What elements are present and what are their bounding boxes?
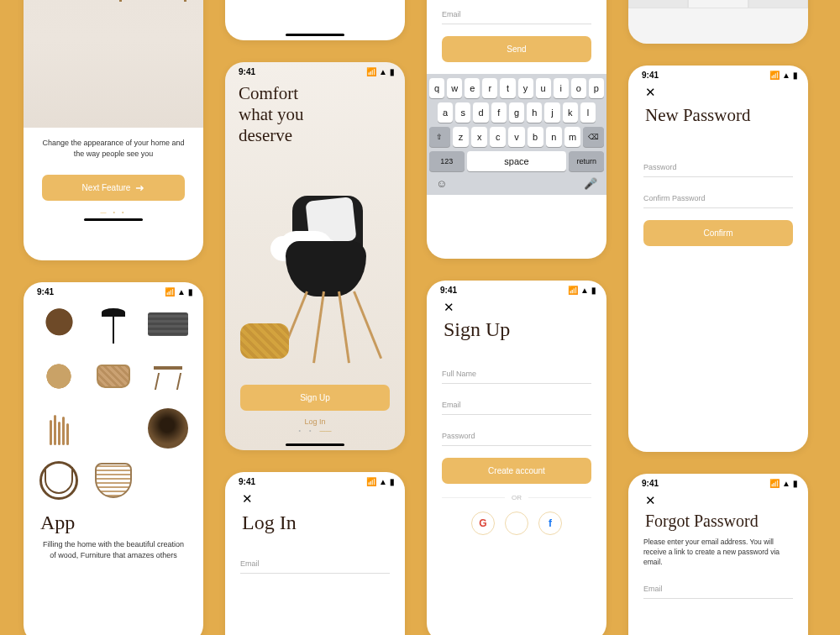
newpass-title: New Password <box>645 105 793 126</box>
battery-icon: ▮ <box>390 477 395 486</box>
close-icon[interactable]: ✕ <box>643 490 793 508</box>
key-d[interactable]: d <box>473 102 488 123</box>
key-s[interactable]: s <box>455 102 470 123</box>
key-n[interactable]: n <box>546 127 562 147</box>
key-c[interactable]: c <box>490 127 506 147</box>
product-thumb[interactable] <box>35 406 83 451</box>
status-bar: 9:41 📶▲▮ <box>427 281 606 297</box>
key-space[interactable]: space <box>467 151 567 171</box>
product-thumb[interactable] <box>144 458 192 503</box>
status-time: 9:41 <box>440 286 457 295</box>
battery-icon: ▮ <box>188 287 193 297</box>
social-apple-button[interactable] <box>505 512 528 535</box>
key-⇧[interactable]: ⇧ <box>429 127 450 147</box>
key-f[interactable]: f <box>491 102 507 123</box>
key-t[interactable]: t <box>500 78 515 98</box>
hero-headline: Comfort what you deserve <box>239 83 405 147</box>
key-⌫[interactable]: ⌫ <box>583 127 604 147</box>
key-v[interactable]: v <box>508 127 524 147</box>
key-q[interactable]: q <box>429 78 444 98</box>
key-h[interactable]: h <box>527 102 542 123</box>
signal-icon: 📶 <box>165 287 175 297</box>
login-link[interactable]: Log In <box>240 417 390 426</box>
keyboard-row: ⇧zxcvbnm⌫ <box>429 127 604 147</box>
signal-icon: 📶 <box>769 479 780 488</box>
ios-keyboard: qwertyuiop asdfghjkl ⇧zxcvbnm⌫ 123 space… <box>427 74 606 195</box>
emoji-icon[interactable]: ☺ <box>436 177 447 190</box>
status-time: 9:41 <box>239 477 255 486</box>
key-l[interactable]: l <box>580 102 596 123</box>
battery-icon: ▮ <box>793 71 798 80</box>
product-thumb[interactable] <box>90 354 138 399</box>
status-bar: 9:41 📶▲▮ <box>225 472 405 488</box>
product-thumb[interactable] <box>90 302 138 347</box>
mic-icon[interactable]: 🎤 <box>584 177 597 190</box>
email-field[interactable]: Email <box>442 396 591 415</box>
key-a[interactable]: a <box>438 102 453 123</box>
key-w[interactable]: w <box>447 78 462 98</box>
send-button[interactable]: Send <box>442 36 591 62</box>
signup-button[interactable]: Sign Up <box>240 385 390 411</box>
product-thumb[interactable] <box>35 354 83 399</box>
email-field[interactable]: Email <box>442 5 591 24</box>
close-icon[interactable]: ✕ <box>442 297 591 315</box>
product-thumb[interactable] <box>90 406 138 451</box>
next-feature-button[interactable]: Next Feature <box>42 175 185 201</box>
key-return[interactable]: return <box>569 151 604 171</box>
email-field[interactable]: Email <box>643 580 793 599</box>
password-field[interactable]: Password <box>643 158 793 177</box>
key-123[interactable]: 123 <box>429 151 465 171</box>
confirm-button[interactable]: Confirm <box>643 220 793 246</box>
numkey-delete[interactable]: ⌫ <box>748 0 808 8</box>
status-time: 9:41 <box>642 479 659 488</box>
close-icon[interactable]: ✕ <box>240 488 390 506</box>
key-e[interactable]: e <box>465 78 480 98</box>
status-time: 9:41 <box>37 287 54 297</box>
close-icon[interactable]: ✕ <box>643 81 793 100</box>
screen-onboarding-hero: Change the appearance of your home and t… <box>24 0 203 260</box>
wifi-icon: ▲ <box>379 477 387 486</box>
key-y[interactable]: y <box>518 78 533 98</box>
key-z[interactable]: z <box>453 127 469 147</box>
product-thumb[interactable] <box>90 458 138 503</box>
product-thumb[interactable] <box>144 406 192 451</box>
key-j[interactable]: j <box>544 102 559 123</box>
login-title: Log In <box>242 512 390 534</box>
product-thumb[interactable] <box>144 354 192 399</box>
key-x[interactable]: x <box>471 127 487 147</box>
wifi-icon: ▲ <box>782 71 790 80</box>
or-divider: OR <box>442 494 591 501</box>
key-b[interactable]: b <box>528 127 543 147</box>
wifi-icon: ▲ <box>379 67 387 76</box>
password-field[interactable]: Password <box>442 427 591 446</box>
confirm-password-field[interactable]: Confirm Password <box>643 189 793 208</box>
key-i[interactable]: i <box>554 78 569 98</box>
key-g[interactable]: g <box>509 102 524 123</box>
product-thumb[interactable] <box>35 302 83 347</box>
screen-login: 9:41 📶▲▮ ✕ Log In Email <box>225 472 405 635</box>
keyboard-row: qwertyuiop <box>429 78 604 98</box>
email-field[interactable]: Email <box>240 554 390 574</box>
product-thumb[interactable] <box>144 302 192 347</box>
key-r[interactable]: r <box>482 78 497 98</box>
key-u[interactable]: u <box>536 78 551 98</box>
product-thumb[interactable] <box>35 458 83 503</box>
create-account-button[interactable]: Create account <box>442 458 591 484</box>
key-p[interactable]: p <box>589 78 604 98</box>
numkey-0[interactable]: 0 <box>688 0 748 8</box>
key-o[interactable]: o <box>571 78 586 98</box>
onboarding-tagline: Filling the home with the beautiful crea… <box>24 539 203 561</box>
screen-numpad: 7 8 9 • 0 ⌫ <box>628 0 808 44</box>
screen-new-password: 9:41 📶▲▮ ✕ New Password Password Confirm… <box>628 66 808 452</box>
social-google-button[interactable]: G <box>471 512 495 535</box>
key-k[interactable]: k <box>563 102 578 123</box>
battery-icon: ▮ <box>793 479 798 488</box>
screen-email-send: Email Send qwertyuiop asdfghjkl ⇧zxcvbnm… <box>427 0 606 259</box>
status-bar: 9:41 📶 ▲ ▮ <box>24 282 203 298</box>
fullname-field[interactable]: Full Name <box>442 365 591 384</box>
social-facebook-button[interactable]: f <box>538 512 562 535</box>
key-m[interactable]: m <box>564 127 580 147</box>
home-indicator <box>286 34 344 36</box>
numkey-dot[interactable]: • <box>628 0 688 8</box>
status-bar: 9:41 📶▲▮ <box>628 474 808 490</box>
